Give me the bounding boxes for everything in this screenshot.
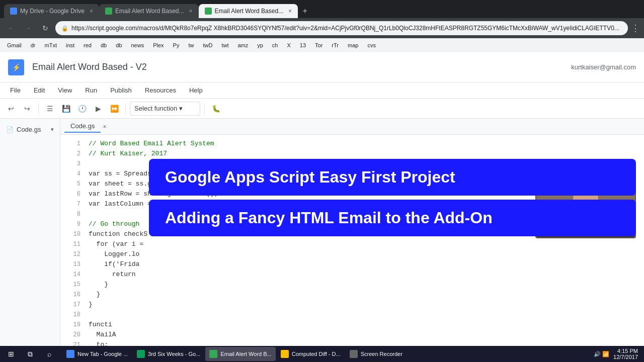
bookmark-tw[interactable]: tw (185, 41, 197, 49)
bookmarks-bar: Gmail dr mTxt inst red db db news Plex P… (0, 38, 644, 52)
line-code: } (89, 300, 93, 310)
taskbar-item-emailalert[interactable]: Email Alert Word B... (205, 347, 275, 361)
menu-edit[interactable]: Edit (28, 84, 51, 96)
taskbar-item-screenrecorder[interactable]: Screen Recorder (346, 347, 407, 361)
task-view-button[interactable]: ⧉ (21, 346, 39, 362)
toolbar-divider-2 (125, 104, 126, 114)
bookmark-dr[interactable]: dr (28, 41, 39, 49)
tab-script1-close[interactable]: × (189, 8, 193, 15)
bookmark-x[interactable]: X (284, 41, 293, 49)
tab-bar: My Drive - Google Drive × Email Alert Wo… (0, 0, 644, 18)
url-bar[interactable]: 🔒 https://script.google.com/macros/d/MtQ… (55, 21, 628, 35)
gas-container: ⚡ Email Alert Word Based - V2 kurtkaiser… (0, 52, 644, 346)
code-tab-code-gs[interactable]: Code.gs (64, 120, 101, 133)
function-selector[interactable]: Select function ▾ (130, 102, 200, 116)
search-button[interactable]: ⌕ (40, 346, 58, 362)
sidebar-file-code-gs[interactable]: 📄 Code.gs ▾ (0, 123, 60, 136)
bookmark-ch[interactable]: ch (269, 41, 281, 49)
line-number: 18 (64, 310, 80, 320)
line-number: 9 (64, 219, 80, 229)
line-number: 7 (64, 199, 80, 209)
menu-view[interactable]: View (52, 84, 78, 96)
line-number: 15 (64, 280, 80, 290)
bookmark-gmail[interactable]: Gmail (4, 41, 25, 49)
bookmark-yp[interactable]: yp (254, 41, 266, 49)
line-number: 16 (64, 290, 80, 300)
line-code: Logger.lo (89, 249, 139, 259)
line-number: 2 (64, 149, 80, 159)
tab-script2-label: Email Alert Word Based... (215, 8, 284, 15)
bookmark-news[interactable]: news (128, 41, 147, 49)
bookmark-amz[interactable]: amz (234, 41, 251, 49)
line-number: 21 (64, 340, 80, 346)
taskbar-item-newtab[interactable]: New Tab - Google ... (62, 347, 132, 361)
line-code: return (89, 269, 136, 280)
banner-second-text: Adding a Fancy HTML Email to the Add-On (165, 209, 493, 227)
browser-chrome: My Drive - Google Drive × Email Alert Wo… (0, 0, 644, 52)
code-tab-close[interactable]: × (103, 123, 106, 130)
gas-app-title: Email Alert Word Based - V2 (32, 62, 147, 72)
reload-button[interactable]: ↻ (38, 21, 52, 35)
taskbar-diff-icon (281, 350, 289, 358)
banner-second: Adding a Fancy HTML Email to the Add-On (149, 200, 636, 236)
toolbar-divider-1 (38, 104, 39, 114)
line-code: function checkS (89, 229, 147, 239)
bookmark-twd[interactable]: twD (200, 41, 215, 49)
bookmark-inst[interactable]: inst (63, 41, 77, 49)
tab-script-1[interactable]: Email Alert Word Based... × (99, 4, 199, 18)
tab-drive-close[interactable]: × (90, 8, 93, 15)
bookmark-plex[interactable]: Plex (150, 41, 167, 49)
bookmark-twt[interactable]: twt (218, 41, 231, 49)
bookmark-mtxt[interactable]: mTxt (42, 41, 60, 49)
toolbar-play[interactable]: ▶ (91, 102, 105, 116)
sidebar-file-chevron[interactable]: ▾ (51, 126, 54, 133)
extensions-icon[interactable]: ⋮ (631, 23, 640, 34)
tab-script-2[interactable]: Email Alert Word Based... × (199, 4, 298, 18)
gas-user-email: kurtkaiser@gmail.com (571, 63, 636, 71)
toolbar-save[interactable]: 💾 (59, 102, 73, 116)
bookmark-py[interactable]: Py (170, 41, 183, 49)
line-number: 3 (64, 159, 80, 169)
bookmark-cvs[interactable]: cvs (364, 41, 379, 49)
menu-help[interactable]: Help (183, 84, 209, 96)
bookmark-tor[interactable]: Tor (312, 41, 326, 49)
time-display: 4:15 PM 12/7/2017 (613, 348, 638, 360)
bookmark-map[interactable]: map (345, 41, 361, 49)
bookmark-rtr[interactable]: rTr (329, 41, 342, 49)
bookmark-db1[interactable]: db (98, 41, 110, 49)
tab-script2-close[interactable]: × (288, 8, 292, 15)
line-code: // Go through (89, 219, 139, 229)
lock-icon: 🔒 (61, 25, 68, 32)
menu-file[interactable]: File (4, 84, 27, 96)
start-button[interactable]: ⊞ (2, 346, 20, 362)
tab-drive[interactable]: My Drive - Google Drive × (4, 4, 99, 18)
code-line: 17} (60, 300, 644, 310)
line-number: 12 (64, 249, 80, 259)
menu-run[interactable]: Run (79, 84, 103, 96)
forward-button[interactable]: → (21, 21, 35, 35)
toolbar-step[interactable]: ⏩ (107, 102, 121, 116)
bookmark-db2[interactable]: db (113, 41, 125, 49)
line-number: 19 (64, 320, 80, 330)
taskbar-item-3sixweeks[interactable]: 3rd Six Weeks - Go... (133, 347, 204, 361)
toolbar-format-list[interactable]: ☰ (43, 102, 57, 116)
toolbar-debug[interactable]: 🐛 (209, 102, 223, 116)
menu-publish[interactable]: Publish (104, 84, 138, 96)
taskbar-newtab-label: New Tab - Google ... (77, 351, 128, 357)
toolbar-clock[interactable]: 🕐 (75, 102, 89, 116)
bookmark-13[interactable]: 13 (297, 41, 309, 49)
new-tab-button[interactable]: + (298, 4, 312, 18)
menu-resources[interactable]: Resources (139, 84, 182, 96)
taskbar-script-icon (209, 350, 217, 358)
code-tabs: Code.gs × (60, 119, 644, 135)
toolbar-undo[interactable]: ↩ (4, 102, 18, 116)
toolbar-divider-3 (204, 104, 205, 114)
overlay-banners: Google Apps Script Easy First Project Ad… (141, 159, 644, 236)
toolbar-redo[interactable]: ↪ (20, 102, 34, 116)
taskbar-date: 12/7/2017 (613, 354, 638, 360)
gas-header: ⚡ Email Alert Word Based - V2 kurtkaiser… (0, 52, 644, 82)
taskbar-item-computeddiff[interactable]: Computed Diff - D... (277, 347, 345, 361)
bookmark-red[interactable]: red (80, 41, 95, 49)
back-button[interactable]: ← (4, 21, 18, 35)
tab-script1-favicon (105, 8, 112, 15)
